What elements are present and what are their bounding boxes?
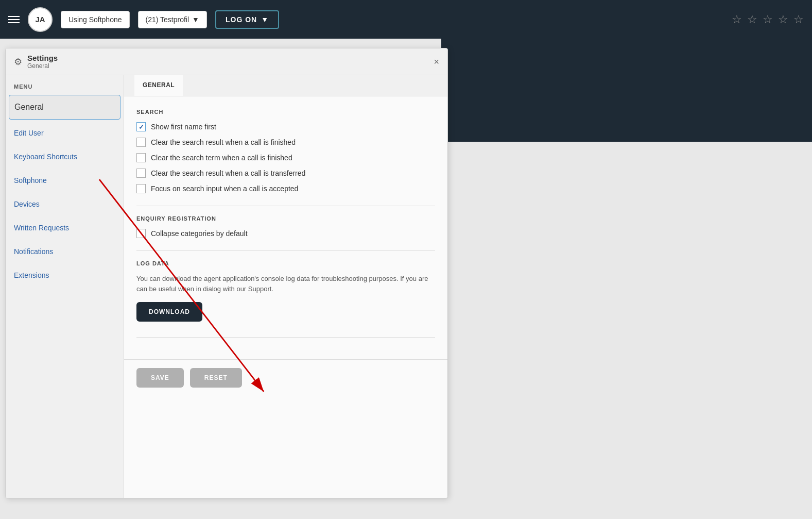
profile-selector[interactable]: (21) Testprofil ▼ <box>138 11 207 28</box>
enquiry-section-title: ENQUIRY REGISTRATION <box>136 215 435 222</box>
enquiry-checkboxes: Collapse categories by default <box>136 229 435 238</box>
section-divider-2 <box>136 250 435 251</box>
logdata-description: You can download the agent application's… <box>136 274 435 294</box>
checkbox-clear-result-call-finished-box[interactable] <box>136 138 146 147</box>
checkbox-clear-result-call-transferred[interactable]: Clear the search result when a call is t… <box>136 169 435 178</box>
modal-header: ⚙ Settings General × <box>6 48 447 75</box>
modal-close-button[interactable]: × <box>434 57 439 66</box>
modal-header-left: ⚙ Settings General <box>14 54 58 70</box>
checkbox-collapse-categories-box[interactable] <box>136 229 146 238</box>
logdata-section-title: LOG DATA <box>136 260 435 266</box>
favorite-star-2[interactable]: ☆ <box>747 13 757 26</box>
softphone-button[interactable]: Using Softphone <box>61 11 130 28</box>
main-content: GENERAL SEARCH Show first name first Cle… <box>124 75 447 498</box>
chevron-down-icon: ▼ <box>192 15 199 24</box>
content-area: SEARCH Show first name first Clear the s… <box>124 96 447 359</box>
checkbox-clear-result-call-transferred-box[interactable] <box>136 169 146 178</box>
checkbox-clear-result-call-finished[interactable]: Clear the search result when a call is f… <box>136 138 435 147</box>
sidebar-item-general[interactable]: General <box>9 95 120 120</box>
sidebar-item-notifications[interactable]: Notifications <box>6 240 124 263</box>
search-section-title: SEARCH <box>136 109 435 115</box>
modal-body: MENU General Edit User Keyboard Shortcut… <box>6 75 447 498</box>
sidebar-item-devices[interactable]: Devices <box>6 193 124 215</box>
checkbox-focus-search-input[interactable]: Focus on search input when a call is acc… <box>136 184 435 193</box>
sidebar-item-edit-user[interactable]: Edit User <box>6 122 124 144</box>
favorite-star-3[interactable]: ☆ <box>763 13 773 26</box>
reset-button[interactable]: RESET <box>190 368 242 388</box>
sidebar-item-softphone[interactable]: Softphone <box>6 169 124 192</box>
tab-general[interactable]: GENERAL <box>134 75 183 96</box>
avatar[interactable]: JA <box>28 7 53 32</box>
favorites-bar: ☆ ☆ ☆ ☆ ☆ <box>732 13 804 26</box>
menu-label: MENU <box>6 83 124 95</box>
modal-footer: SAVE RESET <box>124 359 447 396</box>
checkbox-clear-term-call-finished-box[interactable] <box>136 153 146 162</box>
favorite-star-4[interactable]: ☆ <box>778 13 788 26</box>
tab-bar: GENERAL <box>124 75 447 96</box>
sidebar: MENU General Edit User Keyboard Shortcut… <box>6 75 124 498</box>
checkbox-show-first-name[interactable]: Show first name first <box>136 122 435 131</box>
search-checkboxes: Show first name first Clear the search r… <box>136 122 435 193</box>
checkbox-show-first-name-box[interactable] <box>136 122 146 131</box>
sidebar-item-extensions[interactable]: Extensions <box>6 264 124 287</box>
section-divider-1 <box>136 206 435 206</box>
chevron-down-icon: ▼ <box>261 15 269 24</box>
save-button[interactable]: SAVE <box>136 368 184 388</box>
modal-title: Settings <box>27 54 58 62</box>
download-button[interactable]: DOWNLOAD <box>136 302 202 322</box>
favorite-star-1[interactable]: ☆ <box>732 13 742 26</box>
gear-icon: ⚙ <box>14 56 22 68</box>
modal-subtitle: General <box>27 62 58 70</box>
dark-panel <box>441 39 812 142</box>
hamburger-menu[interactable] <box>8 16 20 23</box>
settings-modal: ⚙ Settings General × MENU General Edit U… <box>5 48 448 498</box>
favorite-star-5[interactable]: ☆ <box>793 13 804 26</box>
checkbox-clear-term-call-finished[interactable]: Clear the search term when a call is fin… <box>136 153 435 162</box>
sidebar-item-written-requests[interactable]: Written Requests <box>6 216 124 239</box>
checkbox-focus-search-input-box[interactable] <box>136 184 146 193</box>
modal-area: ⚙ Settings General × MENU General Edit U… <box>0 39 812 519</box>
sidebar-item-keyboard-shortcuts[interactable]: Keyboard Shortcuts <box>6 145 124 168</box>
section-divider-3 <box>136 337 435 338</box>
checkbox-collapse-categories[interactable]: Collapse categories by default <box>136 229 435 238</box>
logon-button[interactable]: LOG ON ▼ <box>215 10 279 29</box>
topbar: JA Using Softphone (21) Testprofil ▼ LOG… <box>0 0 812 39</box>
